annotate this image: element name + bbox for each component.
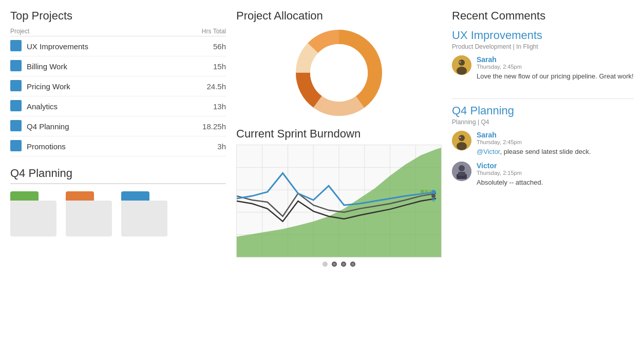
- burndown-section: Current Sprint Burndown: [236, 127, 442, 348]
- allocation-title: Project Allocation: [236, 9, 442, 23]
- q4-planning-section: Q4 Planning: [10, 167, 226, 236]
- table-row[interactable]: UX Improvements 56h: [10, 36, 226, 56]
- sarah-text-rest: , please send latest slide deck.: [500, 148, 591, 155]
- project-name-4: Q4 Planning: [27, 122, 69, 131]
- sarah-avatar-2: [452, 131, 471, 150]
- section-divider: [452, 98, 634, 99]
- ux-project-sub: Product Development | In Flight: [452, 43, 634, 50]
- project-section-ux: UX Improvements Product Development | In…: [452, 29, 634, 86]
- projects-table: Project Hrs Total UX Improvements 56h Bi…: [10, 27, 226, 156]
- burndown-svg: [237, 145, 441, 257]
- victor-avatar: [452, 162, 471, 181]
- svg-rect-24: [429, 190, 432, 193]
- q4-project-sub: Planning | Q4: [452, 118, 634, 126]
- sarah-avatar-1: [452, 55, 471, 75]
- table-row[interactable]: Billing Work 15h: [10, 56, 226, 76]
- project-name-5: Promotions: [27, 142, 66, 151]
- project-icon-1: [10, 60, 22, 71]
- q4-divider: [10, 183, 226, 184]
- svg-point-32: [460, 137, 461, 138]
- top-projects-section: Top Projects Project Hrs Total UX Improv…: [10, 9, 226, 156]
- col-hrs: Hrs Total: [175, 27, 226, 36]
- project-icon-0: [10, 40, 22, 51]
- victor-mention: @Victor: [477, 148, 500, 155]
- project-hrs-0: 56h: [175, 36, 226, 56]
- q4-project-title: Q4 Planning: [452, 104, 634, 117]
- project-name-3: Analytics: [27, 102, 58, 111]
- sarah-avatar-svg-2: [452, 131, 471, 150]
- project-hrs-2: 24.5h: [175, 76, 226, 96]
- carousel-dots[interactable]: [236, 262, 442, 267]
- sarah-name-2: Sarah: [477, 131, 591, 139]
- svg-point-20: [431, 194, 435, 198]
- sarah-name-1: Sarah: [477, 55, 634, 64]
- project-icon-3: [10, 100, 22, 111]
- q4-planning-title: Q4 Planning: [10, 167, 226, 180]
- table-row[interactable]: Analytics 13h: [10, 96, 226, 116]
- svg-point-28: [460, 62, 461, 63]
- project-icon-4: [10, 120, 22, 131]
- sarah-avatar-svg-1: [452, 55, 471, 75]
- burndown-title: Current Sprint Burndown: [236, 127, 442, 141]
- svg-rect-36: [458, 172, 465, 176]
- carousel-dot-2[interactable]: [332, 262, 337, 267]
- doc-tab-orange: [66, 191, 94, 201]
- project-hrs-1: 15h: [175, 56, 226, 76]
- doc-tab-blue: [121, 191, 149, 201]
- project-section-q4: Q4 Planning Planning | Q4 Sarah Thursday…: [452, 104, 634, 192]
- col-project: Project: [10, 27, 175, 36]
- project-name-2: Pricing Work: [27, 82, 70, 91]
- burndown-chart-area: [236, 145, 442, 257]
- victor-name: Victor: [477, 162, 543, 170]
- doc-tab-green: [10, 191, 39, 201]
- svg-point-26: [459, 60, 465, 66]
- donut-chart-container: [236, 27, 442, 119]
- middle-column: Project Allocation: [236, 9, 442, 348]
- victor-text: Absolutely -- attached.: [477, 178, 543, 187]
- svg-point-31: [457, 142, 467, 150]
- sarah-text-2: @Victor, please send latest slide deck.: [477, 147, 591, 156]
- sarah-comment-meta-1: Sarah Thursday, 2:45pm Love the new flow…: [477, 55, 634, 81]
- carousel-dot-3[interactable]: [341, 262, 346, 267]
- doc-body-2: [66, 201, 112, 236]
- project-name-1: Billing Work: [27, 62, 67, 71]
- project-icon-5: [10, 140, 22, 151]
- svg-point-19: [431, 190, 435, 194]
- project-hrs-5: 3h: [175, 136, 226, 156]
- doc-card-2[interactable]: [66, 191, 112, 236]
- sarah-time-2: Thursday, 2:45pm: [477, 139, 591, 145]
- doc-cards-container: [10, 191, 226, 236]
- recent-comments-title: Recent Comments: [452, 9, 634, 23]
- doc-body-3: [121, 201, 167, 236]
- sarah-text-1: Love the new flow of our pricing pipelin…: [477, 72, 634, 81]
- right-column: Recent Comments UX Improvements Product …: [452, 9, 634, 348]
- victor-time: Thursday, 2:15pm: [477, 170, 543, 176]
- ux-comment-1: Sarah Thursday, 2:45pm Love the new flow…: [452, 55, 634, 81]
- svg-rect-23: [425, 190, 428, 193]
- table-row[interactable]: Promotions 3h: [10, 136, 226, 156]
- victor-comment-meta: Victor Thursday, 2:15pm Absolutely -- at…: [477, 162, 543, 187]
- svg-point-34: [459, 165, 465, 171]
- doc-card-1[interactable]: [10, 191, 56, 236]
- project-name-0: UX Improvements: [27, 42, 88, 51]
- doc-body-1: [10, 201, 56, 236]
- top-projects-title: Top Projects: [10, 9, 226, 23]
- victor-avatar-svg: [452, 162, 471, 181]
- carousel-dot-1[interactable]: [323, 262, 328, 267]
- carousel-dot-4[interactable]: [350, 262, 355, 267]
- doc-card-3[interactable]: [121, 191, 167, 236]
- svg-point-27: [457, 67, 467, 75]
- project-hrs-3: 13h: [175, 96, 226, 116]
- sarah-time-1: Thursday, 2:45pm: [477, 64, 634, 70]
- table-row[interactable]: Q4 Planning 18.25h: [10, 116, 226, 136]
- project-hrs-4: 18.25h: [175, 116, 226, 136]
- sarah-comment-meta-2: Sarah Thursday, 2:45pm @Victor, please s…: [477, 131, 591, 156]
- project-icon-2: [10, 80, 22, 91]
- project-allocation-section: Project Allocation: [236, 9, 442, 127]
- table-row[interactable]: Pricing Work 24.5h: [10, 76, 226, 96]
- svg-point-21: [431, 197, 435, 202]
- donut-chart: [293, 27, 385, 119]
- svg-point-30: [459, 135, 465, 141]
- svg-point-6: [310, 44, 368, 102]
- q4-comment-2: Victor Thursday, 2:15pm Absolutely -- at…: [452, 162, 634, 187]
